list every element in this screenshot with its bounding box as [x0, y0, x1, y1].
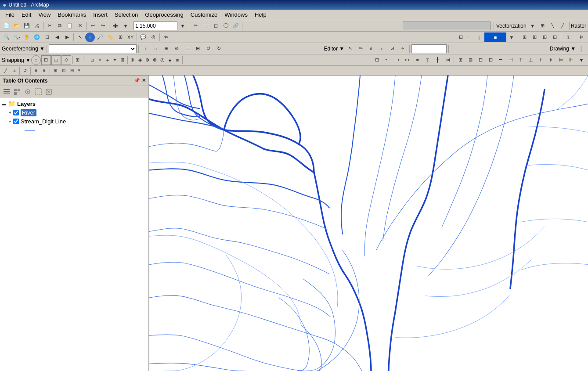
sn-r15[interactable]: ⊤ [516, 55, 526, 65]
sn-t3[interactable]: ⊿ [89, 55, 96, 65]
sn-t12[interactable]: ◎ [159, 55, 166, 65]
paste-btn[interactable]: 📋 [65, 21, 75, 31]
editor-label[interactable]: Editor ▼ [324, 46, 345, 52]
river-layer-name[interactable]: River [21, 109, 36, 116]
menu-help[interactable]: Help [251, 11, 270, 19]
ex-t3[interactable]: ↺ [21, 67, 29, 75]
gr-t4[interactable]: ⊗ [172, 44, 182, 54]
sn-t4[interactable]: ⌖ [97, 55, 104, 65]
snapping-label[interactable]: Snapping ▼ [2, 57, 31, 63]
cut-btn[interactable]: ✂ [45, 21, 54, 31]
right-tool-1[interactable]: ⊞ [458, 32, 464, 42]
snap-t2[interactable]: □ [51, 55, 61, 65]
measure-btn[interactable]: 📏 [105, 32, 115, 42]
sn-r12[interactable]: ⊡ [486, 55, 495, 65]
edit-vertices-btn[interactable]: ✏ [191, 21, 200, 31]
toc-options[interactable] [44, 87, 54, 97]
num-input[interactable]: 1 [563, 32, 574, 42]
r-tools1[interactable]: ⊞ [519, 32, 529, 42]
sn-r6[interactable]: ⌶ [422, 55, 432, 65]
sn-r11[interactable]: ⊟ [476, 55, 485, 65]
ex-t7[interactable]: ⊡ [60, 67, 68, 75]
snap-t1[interactable]: ⊞ [41, 55, 51, 65]
sn-r17[interactable]: ⊦ [536, 55, 546, 65]
gr-t8[interactable]: ↻ [214, 44, 224, 54]
zoom-in-btn[interactable]: 🔍 [2, 32, 11, 42]
r-tools4[interactable]: ⊞ [550, 32, 559, 42]
gr-t2[interactable]: ↔ [151, 44, 161, 54]
ex-t2[interactable]: ⊥ [10, 67, 18, 75]
river-checkbox[interactable] [13, 110, 19, 115]
new-btn[interactable]: 📄 [2, 21, 11, 31]
stream-checkbox[interactable] [13, 119, 19, 124]
ed-t4[interactable]: ◦ [377, 44, 386, 54]
sn-r8[interactable]: ⋈ [443, 55, 452, 65]
sn-r20[interactable]: ⊩ [566, 55, 576, 65]
menu-file[interactable]: File [2, 11, 18, 19]
sn-r3[interactable]: ⊸ [392, 55, 402, 65]
river-expand-btn[interactable]: + [9, 110, 11, 115]
sn-t2[interactable]: ╵ [82, 55, 89, 65]
sn-r1[interactable]: ⊞ [372, 55, 382, 65]
save-btn[interactable]: 💾 [22, 21, 32, 31]
color-dropdown[interactable]: ▼ [507, 32, 516, 42]
table-btn[interactable]: ⊞ [115, 32, 125, 42]
sn-r19[interactable]: ⊨ [556, 55, 566, 65]
sn-t9[interactable]: ◈ [137, 55, 144, 65]
undo-btn[interactable]: ↩ [88, 21, 97, 31]
pan-btn[interactable]: ✋ [22, 32, 32, 42]
find-btn[interactable]: 🔎 [95, 32, 105, 42]
delete-btn[interactable]: ✕ [75, 21, 85, 31]
vect-btn1[interactable]: ⊞ [538, 21, 548, 31]
r-tools2[interactable]: ⊞ [530, 32, 539, 42]
draw-t1[interactable]: │ [577, 44, 586, 54]
toc-pin-btn[interactable]: 📌 [134, 78, 140, 83]
ex-t8[interactable]: ⊟ [68, 67, 76, 75]
sn-t11[interactable]: ⊗ [152, 55, 159, 65]
flag-btn[interactable]: 🏳 [577, 32, 586, 42]
html-popup-btn[interactable]: 💬 [138, 32, 148, 42]
gr-t1[interactable]: + [141, 44, 150, 54]
sn-r4[interactable]: ⊶ [402, 55, 412, 65]
sn-r14[interactable]: ⊣ [506, 55, 516, 65]
ed-t1[interactable]: ↖ [345, 44, 355, 54]
toc-list-by-visibility[interactable] [23, 87, 32, 97]
right-tool-2[interactable]: ╴ [464, 32, 474, 42]
select-features-btn[interactable]: ◻ [211, 21, 220, 31]
toc-list-by-source[interactable] [12, 87, 22, 97]
river-layer-item[interactable]: + River [2, 108, 147, 117]
back-btn[interactable]: ◀ [52, 32, 62, 42]
sn-r13[interactable]: ⊢ [496, 55, 505, 65]
menu-view[interactable]: View [35, 11, 54, 19]
sn-t14[interactable]: ≡ [174, 55, 181, 65]
hyperlink-btn[interactable]: 🔗 [231, 21, 241, 31]
forward-btn[interactable]: ▶ [62, 32, 72, 42]
ex-t6[interactable]: ⊞ [51, 67, 59, 75]
ex-t4[interactable]: ≡ [32, 67, 40, 75]
toc-list-by-selection[interactable] [33, 87, 43, 97]
ed-t5[interactable]: ⊿ [387, 44, 397, 54]
sn-t7[interactable]: ⊠ [119, 55, 126, 65]
scale-input[interactable]: 1:15,000 [133, 22, 177, 30]
vect-btn3[interactable]: ╱ [558, 21, 568, 31]
ex-t1[interactable]: ╱ [2, 67, 10, 75]
stream-expand-btn[interactable]: − [9, 119, 11, 124]
copy-btn[interactable]: ⧉ [55, 21, 65, 31]
georef-label[interactable]: Georeferencing ▼ [2, 46, 45, 52]
open-btn[interactable]: 📂 [12, 21, 22, 31]
scale-dropdown[interactable]: ▼ [178, 21, 188, 31]
add-data-arrow[interactable]: ▼ [121, 21, 130, 31]
menu-selection[interactable]: Selection [111, 11, 141, 19]
toc-close-btn[interactable]: ✕ [142, 78, 146, 83]
redo-btn[interactable]: ↪ [98, 21, 108, 31]
zoom-out-btn[interactable]: 🔍- [12, 32, 22, 42]
globe-btn[interactable]: 🌐 [32, 32, 42, 42]
select-btn[interactable]: ↖ [75, 32, 85, 42]
goto-xy-btn[interactable]: XY [126, 32, 135, 42]
full-extent-btn[interactable]: ⊡ [42, 32, 52, 42]
sn-t13[interactable]: ● [166, 55, 173, 65]
sn-r18[interactable]: ⊧ [546, 55, 556, 65]
sn-r2[interactable]: ╸ [382, 55, 392, 65]
menu-insert[interactable]: Insert [90, 11, 111, 19]
snap-t3[interactable]: ◇ [61, 55, 71, 65]
